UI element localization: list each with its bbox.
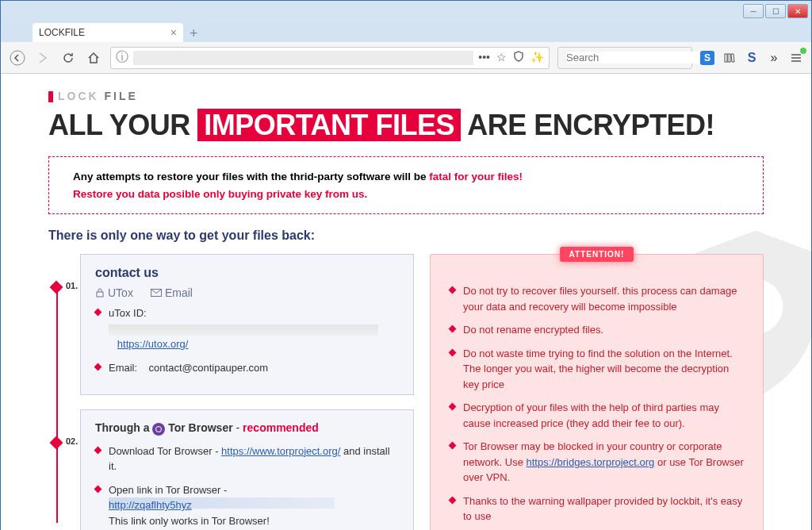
search-input[interactable] <box>566 52 699 63</box>
home-icon <box>87 52 100 64</box>
list-item: Tor Browser may be blocked in your count… <box>450 439 744 486</box>
svg-rect-6 <box>97 292 103 297</box>
forward-button[interactable] <box>34 49 52 67</box>
new-tab-button[interactable]: + <box>190 25 198 42</box>
lock-icon <box>95 288 105 298</box>
more-icon[interactable]: ••• <box>478 51 490 64</box>
site-info-icon[interactable]: ⓘ <box>116 49 128 66</box>
browser-tab-active[interactable]: LOCKFILE × <box>33 23 183 42</box>
svg-rect-2 <box>725 54 727 62</box>
tor-box: Through a Tor Browser - recommended Down… <box>80 409 414 530</box>
method-email: Email <box>151 286 193 299</box>
attention-column: ATTENTION! Do not try to recover files y… <box>430 254 764 530</box>
arrow-left-icon <box>10 50 25 66</box>
onion-link[interactable]: http://zqaflhty5hyz <box>109 497 335 509</box>
arrow-right-icon <box>36 52 49 64</box>
steps-column: 01. 02. contact us UTox Email <box>48 254 414 530</box>
brand-label: LOCK FILE <box>48 90 764 102</box>
extension-icons: S S » <box>700 51 803 65</box>
minimize-button[interactable]: ─ <box>743 4 764 18</box>
step-1-label: 01. <box>66 281 78 290</box>
warning-box: Any attempts to restore your files with … <box>48 156 764 214</box>
contact-methods: UTox Email <box>95 286 399 299</box>
one-way-heading: There is only one way to get your files … <box>48 229 764 243</box>
svg-point-0 <box>10 51 25 65</box>
list-item: Thanks to the warning wallpaper provided… <box>450 494 744 524</box>
tab-strip: LOCKFILE × + <box>1 21 811 42</box>
redacted-utox-id <box>109 325 378 336</box>
torproject-link[interactable]: https://www.torproject.org/ <box>221 445 340 457</box>
bridges-link[interactable]: https://bridges.torproject.org <box>526 456 654 468</box>
utox-link[interactable]: https://utox.org/ <box>117 338 189 350</box>
tab-close-icon[interactable]: × <box>170 26 177 39</box>
maximize-button[interactable]: ☐ <box>765 4 786 18</box>
list-item: Do not try to recover files yourself. th… <box>450 283 744 314</box>
attention-badge: ATTENTION! <box>560 247 634 262</box>
list-item: Decryption of your files with the help o… <box>450 400 744 431</box>
page-content: LOCK FILE ALL YOUR IMPORTANT FILES ARE E… <box>1 74 811 530</box>
search-box[interactable] <box>557 47 692 69</box>
method-utox: UTox <box>95 286 133 299</box>
menu-icon[interactable] <box>789 51 803 65</box>
ext-s2-icon[interactable]: S <box>745 51 759 65</box>
tab-title: LOCKFILE <box>39 27 85 38</box>
ext-s-icon[interactable]: S <box>700 51 714 65</box>
bookmark-icon[interactable]: ☆ <box>496 51 507 64</box>
window-titlebar: ─ ☐ ✕ <box>1 1 811 21</box>
list-item: Email: contact@contipauper.com <box>95 360 399 376</box>
svg-rect-3 <box>728 54 730 62</box>
attention-box: ATTENTION! Do not try to recover files y… <box>430 254 764 530</box>
list-item: Download Tor Browser - https://www.torpr… <box>95 444 399 474</box>
overflow-icon[interactable]: » <box>767 51 781 65</box>
home-button[interactable] <box>85 49 102 67</box>
list-item: Do not waste time trying to find the sol… <box>450 346 744 393</box>
tor-heading: Through a Tor Browser - recommended <box>95 421 399 435</box>
library-icon[interactable] <box>722 51 737 65</box>
list-item: uTox ID: https://utox.org/ <box>95 305 399 352</box>
reload-icon <box>62 52 75 64</box>
browser-window: ─ ☐ ✕ LOCKFILE × + ⓘ ••• ☆ <box>0 0 812 530</box>
tor-icon <box>152 423 165 436</box>
mail-icon <box>151 289 162 297</box>
contact-heading: contact us <box>95 266 399 280</box>
url-bar[interactable]: ⓘ ••• ☆ ✨ <box>110 47 550 69</box>
shield-icon[interactable] <box>513 51 524 64</box>
reload-button[interactable] <box>59 49 77 67</box>
url-input[interactable] <box>133 51 473 65</box>
wand-icon[interactable]: ✨ <box>530 51 544 64</box>
headline: ALL YOUR IMPORTANT FILES ARE ENCRYPTED! <box>48 109 764 142</box>
contact-box: contact us UTox Email <box>80 254 414 395</box>
back-button[interactable] <box>9 49 26 67</box>
step-2-label: 02. <box>66 436 78 446</box>
browser-toolbar: ⓘ ••• ☆ ✨ S S » <box>1 42 811 74</box>
list-item: Do not rename encrypted files. <box>450 322 744 338</box>
list-item: Open link in Tor Browser - http://zqaflh… <box>95 482 399 529</box>
close-button[interactable]: ✕ <box>787 4 808 18</box>
